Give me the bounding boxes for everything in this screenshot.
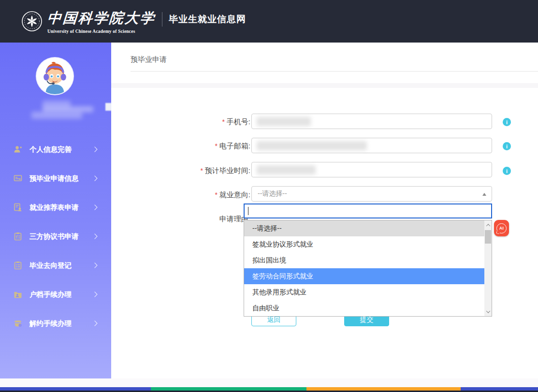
sidebar-item-label: 毕业去向登记	[29, 261, 72, 270]
graduation-date-label: *预计毕业时间:	[164, 166, 250, 175]
section-gap	[111, 83, 538, 88]
university-name-block: 中国科学院大学 University of Chinese Academy of…	[47, 9, 156, 34]
footer-stripe-blue-2	[461, 387, 538, 391]
graduation-date-input[interactable]	[251, 162, 492, 177]
dropdown-option-list: --请选择-- 签就业协议形式就业 拟出国出境 签劳动合同形式就业 其他录用形式…	[244, 220, 492, 317]
main-content: 预毕业申请 *手机号: *电子邮箱: *预计毕业时间: *就业意向: 申请理由:…	[111, 43, 538, 378]
university-name-en: University of Chinese Academy of Science…	[47, 29, 156, 34]
required-mark: *	[215, 191, 217, 199]
sidebar-menu: 个人信息完善 预毕业申请信息 就业推荐表申请 三方协议书申请 毕业去向登记	[0, 135, 111, 338]
email-info-icon[interactable]: i	[503, 142, 511, 150]
blurred-value	[257, 117, 311, 126]
ai-icon: AI	[496, 223, 507, 233]
chevron-right-icon	[92, 233, 97, 239]
scrollbar-thumb[interactable]	[485, 230, 491, 244]
chevron-right-icon	[92, 262, 97, 268]
required-mark: *	[215, 142, 217, 150]
sidebar-item-label: 个人信息完善	[29, 145, 72, 154]
sidebar-item-tripartite-agreement[interactable]: 三方协议书申请	[0, 222, 111, 251]
dropdown-option-freelance[interactable]: 自由职业	[244, 300, 485, 316]
header-divider	[162, 12, 162, 27]
sidebar-item-label: 解约手续办理	[29, 319, 72, 328]
sidebar-item-contract-termination[interactable]: 解约手续办理	[0, 309, 111, 338]
employment-intention-label: *就业意向:	[164, 190, 250, 200]
dropdown-scrollbar[interactable]	[484, 220, 492, 316]
blurred-value	[257, 165, 316, 174]
chevron-right-icon	[92, 204, 97, 210]
sidebar-item-label: 户档手续办理	[29, 290, 72, 299]
archive-info-icon	[14, 319, 22, 328]
required-mark: *	[200, 167, 203, 174]
email-input[interactable]	[251, 138, 492, 153]
page-root: 中国科学院大学 University of Chinese Academy of…	[0, 0, 538, 392]
caret-up-icon	[482, 193, 486, 196]
dropdown-option-agreement-employment[interactable]: 签就业协议形式就业	[244, 236, 485, 252]
footer-stripe-green	[151, 387, 306, 391]
scroll-down-icon[interactable]	[484, 308, 492, 315]
dropdown-search-input[interactable]	[244, 203, 492, 218]
employment-intention-dropdown: --请选择-- 签就业协议形式就业 拟出国出境 签劳动合同形式就业 其他录用形式…	[244, 203, 492, 317]
sidebar: 个人信息完善 预毕业申请信息 就业推荐表申请 三方协议书申请 毕业去向登记	[0, 43, 111, 378]
recommendation-form-icon	[14, 203, 22, 212]
chevron-right-icon	[92, 320, 97, 326]
title-divider	[131, 71, 538, 72]
footer-gap	[0, 378, 538, 387]
chevron-right-icon	[92, 175, 97, 181]
sidebar-item-label: 预毕业申请信息	[29, 174, 79, 183]
sidebar-item-household-archive[interactable]: 户档手续办理	[0, 280, 111, 309]
site-name: 毕业生就业信息网	[169, 13, 246, 26]
phone-input[interactable]	[251, 114, 492, 129]
sidebar-item-recommendation-form[interactable]: 就业推荐表申请	[0, 193, 111, 222]
sidebar-item-personal-info[interactable]: 个人信息完善	[0, 135, 111, 164]
app-header: 中国科学院大学 University of Chinese Academy of…	[0, 0, 538, 43]
phone-label: *手机号:	[164, 117, 250, 127]
graduation-date-info-icon[interactable]: i	[503, 167, 511, 175]
university-seal-icon	[21, 11, 43, 32]
phone-info-icon[interactable]: i	[503, 118, 511, 126]
application-reason-label: 申请理由:	[164, 215, 250, 224]
id-card-icon	[14, 174, 22, 183]
ai-assistant-button[interactable]: AI	[494, 220, 509, 236]
sidebar-item-graduation-destination[interactable]: 毕业去向登记	[0, 251, 111, 280]
dropdown-option-go-abroad[interactable]: 拟出国出境	[244, 252, 485, 268]
footer-stripe-orange	[306, 387, 461, 391]
sidebar-item-label: 就业推荐表申请	[29, 203, 79, 212]
scroll-up-icon[interactable]	[484, 221, 492, 229]
clipboard-icon	[14, 232, 22, 241]
required-mark: *	[222, 118, 224, 126]
text-caret	[248, 207, 248, 215]
university-name-cn: 中国科学院大学	[47, 9, 157, 28]
page-title: 预毕业申请	[131, 55, 167, 64]
blurred-value	[257, 141, 367, 150]
folder-user-icon	[14, 290, 22, 299]
footer-stripe-blue	[0, 387, 151, 391]
employment-intention-select[interactable]: --请选择--	[251, 186, 492, 202]
dropdown-option-placeholder[interactable]: --请选择--	[244, 220, 485, 236]
chevron-right-icon	[92, 146, 97, 152]
chevron-right-icon	[92, 291, 97, 297]
avatar	[37, 58, 73, 94]
blurred-user-id	[31, 112, 82, 119]
sidebar-item-pregraduation-info[interactable]: 预毕业申请信息	[0, 164, 111, 193]
dropdown-option-labor-contract[interactable]: 签劳动合同形式就业	[244, 268, 485, 284]
clipboard-list-icon	[14, 261, 22, 270]
user-icon	[14, 145, 22, 154]
email-label: *电子邮箱:	[164, 142, 250, 151]
sidebar-item-label: 三方协议书申请	[29, 232, 79, 241]
dropdown-option-other-employment[interactable]: 其他录用形式就业	[244, 284, 485, 300]
select-current-value: --请选择--	[252, 189, 287, 198]
